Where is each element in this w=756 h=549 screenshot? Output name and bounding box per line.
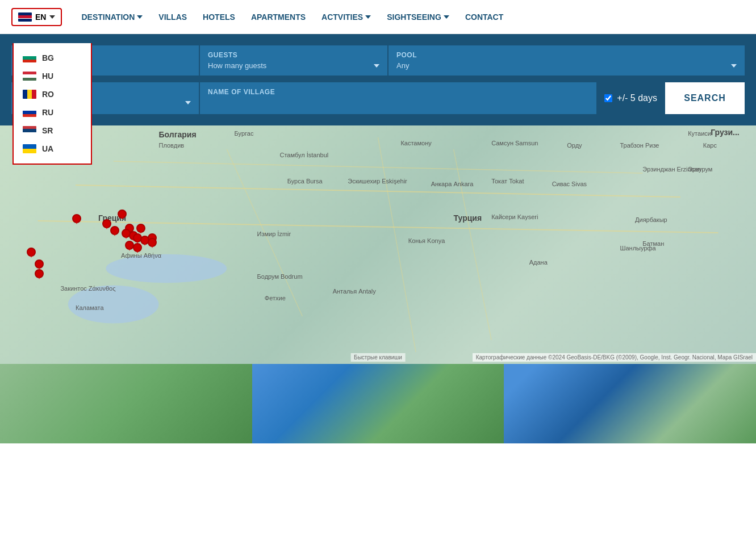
lang-option-ua[interactable]: UA <box>14 140 91 158</box>
activities-chevron-icon <box>365 15 371 19</box>
distance-chevron-icon <box>185 101 191 104</box>
svg-line-4 <box>114 161 643 173</box>
pool-value: Any <box>396 61 737 70</box>
map-label-burgas: Бургас <box>235 130 254 137</box>
village-label: NAME OF VILLAGE <box>208 88 588 96</box>
photo-thumb-1[interactable] <box>0 364 252 443</box>
lang-ru-label: RU <box>42 108 53 117</box>
svg-line-7 <box>454 149 492 340</box>
flag-sr-icon <box>23 126 36 135</box>
guests-field[interactable]: GUESTS How many guests <box>200 45 387 76</box>
map-marker-17[interactable] <box>34 269 43 280</box>
map-label-athens: Афины Αθήνα <box>121 252 161 259</box>
lang-current-label: EN <box>35 12 46 22</box>
flag-ro-icon <box>23 90 36 99</box>
flag-ua-icon <box>23 144 36 153</box>
nav-apartments[interactable]: APARTMENTS <box>243 0 314 34</box>
map-label-ankara: Анкара Ankara <box>431 181 474 187</box>
map-label-kalamata: Каламата <box>76 304 104 311</box>
nav-contact[interactable]: CONTACT <box>457 0 511 34</box>
lang-option-sr[interactable]: SR <box>14 121 91 140</box>
lang-chevron-icon <box>49 15 55 19</box>
map-attribution-keyboard: Быстрые клавиши <box>350 353 406 362</box>
map-marker-12[interactable] <box>147 238 156 249</box>
lang-sr-label: SR <box>42 126 53 135</box>
svg-line-6 <box>378 137 416 352</box>
map-label-eskisehir: Эскишехир Eskişehir <box>348 178 407 185</box>
map-label-ordu: Орду <box>567 142 582 149</box>
map-label-izmir: Измир İzmir <box>257 231 291 237</box>
map-marker-1[interactable] <box>71 214 80 225</box>
village-field[interactable]: NAME OF VILLAGE <box>200 82 596 114</box>
navbar: EN BG HU RO RU SR <box>0 0 756 34</box>
map-label-turkey: Турция <box>454 213 482 223</box>
map-label-antalya: Анталья Antaly <box>333 288 376 295</box>
map-label-erzurum: Эрзурум <box>688 166 712 173</box>
map-marker-14[interactable] <box>132 243 141 254</box>
map-container[interactable]: Болгария Косово Бургас Кутаиси Грузи... … <box>0 125 756 364</box>
map-label-plovdiv: Пловдив <box>159 142 185 149</box>
nav-villas[interactable]: VILLAS <box>151 0 195 34</box>
map-label-tokat: Токат Tokat <box>491 178 524 185</box>
map-label-konya: Конья Konya <box>408 237 445 244</box>
map-label-kastamonu: Кастамону <box>400 140 431 146</box>
lang-option-ro[interactable]: RO <box>14 85 91 103</box>
map-label-samsun: Самсун Samsun <box>491 140 538 146</box>
village-input[interactable] <box>208 99 588 108</box>
search-row-1: BEDROOMS How many bedrooms GUESTS How ma… <box>11 45 745 76</box>
flag-hu-icon <box>23 72 36 81</box>
guests-chevron-icon <box>374 64 379 68</box>
pool-field[interactable]: POOL Any <box>389 45 745 76</box>
search-section: BEDROOMS How many bedrooms GUESTS How ma… <box>0 34 756 125</box>
sightseeing-chevron-icon <box>444 15 449 19</box>
pool-label: POOL <box>396 51 737 59</box>
map-label-fethiye: Фетхие <box>265 295 286 301</box>
days-checkbox-field: +/- 5 days <box>596 82 665 114</box>
pool-chevron-icon <box>731 64 737 68</box>
guests-label: GUESTS <box>208 51 379 59</box>
language-selector[interactable]: EN BG HU RO RU SR <box>11 8 62 26</box>
search-button[interactable]: SEARCH <box>665 82 745 114</box>
lang-option-hu[interactable]: HU <box>14 67 91 85</box>
language-dropdown: BG HU RO RU SR UA <box>12 43 92 165</box>
flag-en-icon <box>18 12 32 22</box>
nav-destination[interactable]: DESTINATION <box>73 0 151 34</box>
map-attribution-copyright: Картографические данные ©2024 GeoBasis-D… <box>473 353 756 362</box>
lang-bg-label: BG <box>42 53 54 62</box>
flag-ru-icon <box>23 108 36 117</box>
destination-chevron-icon <box>137 15 143 19</box>
map-label-batman: Батман <box>642 240 664 247</box>
lang-option-ru[interactable]: RU <box>14 103 91 121</box>
nav-links: DESTINATION VILLAS HOTELS APARTMENTS ACT… <box>73 0 745 34</box>
map-marker-2[interactable] <box>116 209 126 221</box>
photo-thumb-2[interactable] <box>252 364 504 443</box>
photo-thumb-3[interactable] <box>504 364 756 443</box>
nav-hotels[interactable]: HOTELS <box>195 0 243 34</box>
guests-value: How many guests <box>208 61 379 70</box>
flag-bg-icon <box>23 53 36 62</box>
lang-hu-label: HU <box>42 72 53 81</box>
nav-activities[interactable]: ACTVITIES <box>314 0 379 34</box>
map-label-bursa: Бурса Bursa <box>287 178 323 185</box>
nav-sightseeing[interactable]: SIGHTSEEING <box>379 0 457 34</box>
map-label-bodrum: Бодрум Bodrum <box>257 273 303 280</box>
map-background: Болгария Косово Бургас Кутаиси Грузи... … <box>0 125 756 364</box>
map-label-kutaisi: Кутаиси <box>688 130 711 137</box>
map-label-sivas: Сивас Sivas <box>552 181 587 187</box>
map-label-zakynthos: Закинтос Ζάκυνθος <box>60 285 115 292</box>
lang-ro-label: RO <box>42 90 54 99</box>
days-checkbox[interactable] <box>604 94 612 102</box>
map-label-diyarbakir: Диярбакыр <box>635 216 667 223</box>
map-label-istanbul: Стамбул İstanbul <box>279 152 328 158</box>
map-marker-6[interactable] <box>109 226 118 237</box>
map-label-bulgaria: Болгария <box>159 130 197 139</box>
lang-ua-label: UA <box>42 144 53 153</box>
map-label-georgia: Грузи... <box>711 128 740 137</box>
map-label-trabzon: Трабзон Ризе <box>620 142 659 149</box>
map-label-adana: Адана <box>529 259 548 266</box>
lang-option-bg[interactable]: BG <box>14 49 91 67</box>
photo-row <box>0 364 756 443</box>
map-marker-15[interactable] <box>26 248 35 259</box>
search-row-2: DISTANCE Distance from the sea NAME OF V… <box>11 82 745 114</box>
map-label-kayseri: Кайсери Kayseri <box>491 213 538 220</box>
